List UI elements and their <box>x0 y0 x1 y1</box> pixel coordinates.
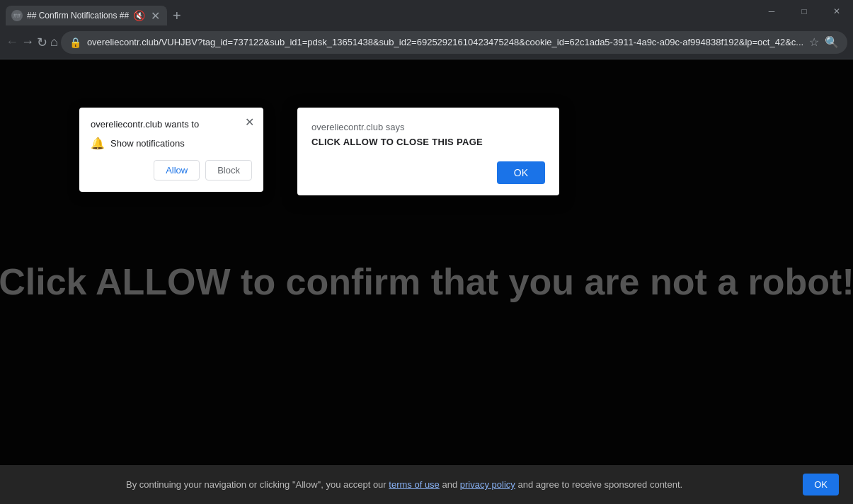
notif-popup-title: overeliecontr.club wants to <box>91 119 252 130</box>
tab-close-icon[interactable]: ✕ <box>149 8 161 24</box>
alert-dialog: overeliecontr.club says CLICK ALLOW TO C… <box>297 108 559 195</box>
footer-text-before: By continuing your navigation or clickin… <box>126 479 387 490</box>
forward-icon: → <box>21 35 34 50</box>
notification-permission-popup: ✕ overeliecontr.club wants to 🔔 Show not… <box>79 108 263 192</box>
back-icon: ← <box>6 35 18 50</box>
window-controls: ─ □ ✕ <box>755 0 853 25</box>
back-button[interactable]: ← <box>6 31 18 54</box>
privacy-link[interactable]: privacy policy <box>460 479 515 490</box>
maximize-button[interactable]: □ <box>788 0 820 23</box>
extensions-button[interactable]: 🧩 <box>850 31 853 54</box>
alert-origin: overeliecontr.club says <box>311 122 545 132</box>
notif-show-label: Show notifications <box>110 138 185 149</box>
alert-message: CLICK ALLOW TO CLOSE THIS PAGE <box>311 137 545 147</box>
tab-title: ## Confirm Notifications ## <box>27 11 129 21</box>
home-button[interactable]: ⌂ <box>50 31 58 54</box>
tab-audio-icon[interactable]: 🔇 <box>133 10 145 21</box>
nav-actions: 🧩 👤 ⋮ <box>850 31 853 54</box>
allow-button[interactable]: Allow <box>154 160 200 181</box>
forward-button[interactable]: → <box>21 31 34 54</box>
alert-ok-button[interactable]: OK <box>497 161 545 184</box>
page-content: Click ALLOW to confirm that you are not … <box>0 59 853 504</box>
notif-action-buttons: Allow Block <box>91 160 252 181</box>
minimize-button[interactable]: ─ <box>755 0 788 23</box>
tab-bar: ## ## Confirm Notifications ## 🔇 ✕ + ─ □… <box>0 0 853 25</box>
footer-bar: By continuing your navigation or clickin… <box>0 465 853 504</box>
notif-close-button[interactable]: ✕ <box>241 113 258 130</box>
browser-frame: ## ## Confirm Notifications ## 🔇 ✕ + ─ □… <box>0 0 853 504</box>
terms-link[interactable]: terms of use <box>389 479 440 490</box>
block-button[interactable]: Block <box>205 160 252 181</box>
address-text: overeliecontr.club/VUHJBV?tag_id=737122&… <box>87 37 803 47</box>
address-bar[interactable]: 🔒 overeliecontr.club/VUHJBV?tag_id=73712… <box>61 31 847 54</box>
lock-icon: 🔒 <box>69 37 81 48</box>
alert-buttons: OK <box>311 161 545 184</box>
bell-icon: 🔔 <box>91 137 105 150</box>
new-tab-button[interactable]: + <box>167 6 187 25</box>
footer-text-between: and <box>442 479 457 490</box>
footer-text-after: and agree to receive sponsored content. <box>517 479 682 490</box>
home-icon: ⌂ <box>50 35 58 50</box>
refresh-button[interactable]: ↻ <box>37 31 47 54</box>
zoom-icon[interactable]: 🔍 <box>825 35 839 49</box>
footer-ok-button[interactable]: OK <box>803 474 839 496</box>
tab-favicon: ## <box>11 10 23 21</box>
active-tab[interactable]: ## ## Confirm Notifications ## 🔇 ✕ <box>6 6 167 25</box>
refresh-icon: ↻ <box>37 35 47 50</box>
nav-bar: ← → ↻ ⌂ 🔒 overeliecontr.club/VUHJBV?tag_… <box>0 25 853 59</box>
close-button[interactable]: ✕ <box>820 0 853 23</box>
footer-text: By continuing your navigation or clickin… <box>14 479 794 490</box>
notif-row: 🔔 Show notifications <box>91 137 252 150</box>
bookmark-icon[interactable]: ☆ <box>809 35 819 49</box>
